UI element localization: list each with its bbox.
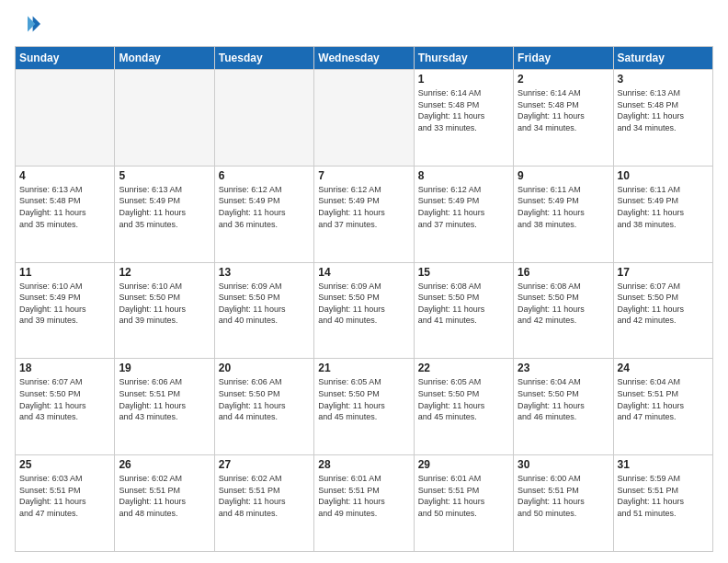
day-number: 12 bbox=[119, 266, 210, 279]
calendar-cell bbox=[16, 70, 115, 167]
day-info: Sunrise: 6:10 AM Sunset: 5:50 PM Dayligh… bbox=[119, 281, 210, 327]
calendar-cell: 3Sunrise: 6:13 AM Sunset: 5:48 PM Daylig… bbox=[613, 70, 712, 167]
calendar-cell: 17Sunrise: 6:07 AM Sunset: 5:50 PM Dayli… bbox=[613, 262, 712, 359]
day-info: Sunrise: 6:14 AM Sunset: 5:48 PM Dayligh… bbox=[518, 87, 609, 133]
day-info: Sunrise: 6:06 AM Sunset: 5:51 PM Dayligh… bbox=[119, 376, 210, 422]
day-info: Sunrise: 6:05 AM Sunset: 5:50 PM Dayligh… bbox=[318, 376, 409, 422]
day-number: 29 bbox=[418, 458, 509, 471]
calendar-header-monday: Monday bbox=[115, 47, 214, 70]
day-number: 22 bbox=[418, 362, 509, 374]
day-number: 28 bbox=[318, 458, 409, 471]
calendar-cell: 19Sunrise: 6:06 AM Sunset: 5:51 PM Dayli… bbox=[115, 359, 214, 455]
calendar-cell: 4Sunrise: 6:13 AM Sunset: 5:48 PM Daylig… bbox=[16, 166, 115, 262]
day-number: 27 bbox=[219, 458, 310, 471]
day-info: Sunrise: 6:01 AM Sunset: 5:51 PM Dayligh… bbox=[318, 473, 409, 519]
calendar-cell: 27Sunrise: 6:02 AM Sunset: 5:51 PM Dayli… bbox=[214, 455, 313, 552]
day-number: 13 bbox=[219, 266, 310, 279]
calendar-cell: 2Sunrise: 6:14 AM Sunset: 5:48 PM Daylig… bbox=[514, 70, 613, 167]
day-info: Sunrise: 6:09 AM Sunset: 5:50 PM Dayligh… bbox=[219, 281, 310, 327]
day-info: Sunrise: 6:01 AM Sunset: 5:51 PM Dayligh… bbox=[418, 473, 509, 519]
day-number: 15 bbox=[418, 266, 509, 279]
day-number: 26 bbox=[119, 458, 210, 471]
day-number: 7 bbox=[318, 169, 409, 182]
day-number: 25 bbox=[19, 458, 110, 471]
day-info: Sunrise: 6:06 AM Sunset: 5:50 PM Dayligh… bbox=[219, 376, 310, 422]
day-number: 18 bbox=[19, 362, 110, 374]
day-info: Sunrise: 6:14 AM Sunset: 5:48 PM Dayligh… bbox=[418, 87, 509, 133]
day-number: 21 bbox=[318, 362, 409, 374]
calendar-cell: 1Sunrise: 6:14 AM Sunset: 5:48 PM Daylig… bbox=[414, 70, 513, 167]
day-info: Sunrise: 6:07 AM Sunset: 5:50 PM Dayligh… bbox=[19, 376, 110, 422]
day-info: Sunrise: 6:04 AM Sunset: 5:50 PM Dayligh… bbox=[518, 376, 609, 422]
logo-icon bbox=[15, 11, 40, 37]
day-number: 11 bbox=[19, 266, 110, 279]
calendar-header-friday: Friday bbox=[514, 47, 613, 70]
day-number: 19 bbox=[119, 362, 210, 374]
day-info: Sunrise: 6:13 AM Sunset: 5:48 PM Dayligh… bbox=[19, 184, 110, 230]
calendar-cell: 29Sunrise: 6:01 AM Sunset: 5:51 PM Dayli… bbox=[414, 455, 513, 552]
calendar-cell: 15Sunrise: 6:08 AM Sunset: 5:50 PM Dayli… bbox=[414, 262, 513, 359]
day-number: 6 bbox=[219, 169, 310, 182]
calendar-cell: 5Sunrise: 6:13 AM Sunset: 5:49 PM Daylig… bbox=[115, 166, 214, 262]
calendar-table: SundayMondayTuesdayWednesdayThursdayFrid… bbox=[15, 46, 713, 552]
calendar-cell bbox=[115, 70, 214, 167]
calendar-cell: 25Sunrise: 6:03 AM Sunset: 5:51 PM Dayli… bbox=[16, 455, 115, 552]
day-number: 14 bbox=[318, 266, 409, 279]
day-info: Sunrise: 6:12 AM Sunset: 5:49 PM Dayligh… bbox=[318, 184, 409, 230]
day-number: 16 bbox=[518, 266, 609, 279]
day-number: 5 bbox=[119, 169, 210, 182]
day-number: 4 bbox=[19, 169, 110, 182]
calendar-cell: 6Sunrise: 6:12 AM Sunset: 5:49 PM Daylig… bbox=[214, 166, 313, 262]
day-info: Sunrise: 6:03 AM Sunset: 5:51 PM Dayligh… bbox=[19, 473, 110, 519]
day-info: Sunrise: 6:07 AM Sunset: 5:50 PM Dayligh… bbox=[618, 281, 709, 327]
calendar-cell: 26Sunrise: 6:02 AM Sunset: 5:51 PM Dayli… bbox=[115, 455, 214, 552]
calendar-cell: 9Sunrise: 6:11 AM Sunset: 5:49 PM Daylig… bbox=[514, 166, 613, 262]
day-number: 1 bbox=[418, 73, 509, 86]
calendar-header-saturday: Saturday bbox=[613, 47, 712, 70]
calendar-cell: 24Sunrise: 6:04 AM Sunset: 5:51 PM Dayli… bbox=[613, 359, 712, 455]
day-number: 31 bbox=[618, 458, 709, 471]
calendar-cell: 7Sunrise: 6:12 AM Sunset: 5:49 PM Daylig… bbox=[314, 166, 414, 262]
calendar-cell: 11Sunrise: 6:10 AM Sunset: 5:49 PM Dayli… bbox=[16, 262, 115, 359]
logo bbox=[15, 11, 44, 37]
day-info: Sunrise: 6:05 AM Sunset: 5:50 PM Dayligh… bbox=[418, 376, 509, 422]
day-info: Sunrise: 6:11 AM Sunset: 5:49 PM Dayligh… bbox=[618, 184, 709, 230]
calendar-row-2: 11Sunrise: 6:10 AM Sunset: 5:49 PM Dayli… bbox=[16, 262, 713, 359]
day-number: 30 bbox=[518, 458, 609, 471]
day-number: 20 bbox=[219, 362, 310, 374]
day-info: Sunrise: 6:09 AM Sunset: 5:50 PM Dayligh… bbox=[318, 281, 409, 327]
calendar-header-wednesday: Wednesday bbox=[314, 47, 414, 70]
day-info: Sunrise: 6:10 AM Sunset: 5:49 PM Dayligh… bbox=[19, 281, 110, 327]
day-info: Sunrise: 6:12 AM Sunset: 5:49 PM Dayligh… bbox=[418, 184, 509, 230]
calendar-header-sunday: Sunday bbox=[16, 47, 115, 70]
day-number: 8 bbox=[418, 169, 509, 182]
calendar-cell: 10Sunrise: 6:11 AM Sunset: 5:49 PM Dayli… bbox=[613, 166, 712, 262]
calendar-row-4: 25Sunrise: 6:03 AM Sunset: 5:51 PM Dayli… bbox=[16, 455, 713, 552]
day-number: 17 bbox=[618, 266, 709, 279]
calendar-header-row: SundayMondayTuesdayWednesdayThursdayFrid… bbox=[16, 47, 713, 70]
calendar-header-thursday: Thursday bbox=[414, 47, 513, 70]
day-number: 23 bbox=[518, 362, 609, 374]
day-number: 9 bbox=[518, 169, 609, 182]
day-info: Sunrise: 6:08 AM Sunset: 5:50 PM Dayligh… bbox=[518, 281, 609, 327]
day-info: Sunrise: 6:02 AM Sunset: 5:51 PM Dayligh… bbox=[219, 473, 310, 519]
day-info: Sunrise: 6:02 AM Sunset: 5:51 PM Dayligh… bbox=[119, 473, 210, 519]
calendar-cell: 22Sunrise: 6:05 AM Sunset: 5:50 PM Dayli… bbox=[414, 359, 513, 455]
day-number: 10 bbox=[618, 169, 709, 182]
day-info: Sunrise: 6:00 AM Sunset: 5:51 PM Dayligh… bbox=[518, 473, 609, 519]
calendar-cell: 8Sunrise: 6:12 AM Sunset: 5:49 PM Daylig… bbox=[414, 166, 513, 262]
calendar-cell: 14Sunrise: 6:09 AM Sunset: 5:50 PM Dayli… bbox=[314, 262, 414, 359]
day-info: Sunrise: 6:11 AM Sunset: 5:49 PM Dayligh… bbox=[518, 184, 609, 230]
day-info: Sunrise: 6:13 AM Sunset: 5:49 PM Dayligh… bbox=[119, 184, 210, 230]
calendar-row-1: 4Sunrise: 6:13 AM Sunset: 5:48 PM Daylig… bbox=[16, 166, 713, 262]
calendar-cell: 21Sunrise: 6:05 AM Sunset: 5:50 PM Dayli… bbox=[314, 359, 414, 455]
day-info: Sunrise: 5:59 AM Sunset: 5:51 PM Dayligh… bbox=[618, 473, 709, 519]
calendar-cell: 12Sunrise: 6:10 AM Sunset: 5:50 PM Dayli… bbox=[115, 262, 214, 359]
calendar-cell: 31Sunrise: 5:59 AM Sunset: 5:51 PM Dayli… bbox=[613, 455, 712, 552]
day-info: Sunrise: 6:12 AM Sunset: 5:49 PM Dayligh… bbox=[219, 184, 310, 230]
calendar-row-3: 18Sunrise: 6:07 AM Sunset: 5:50 PM Dayli… bbox=[16, 359, 713, 455]
calendar-cell: 16Sunrise: 6:08 AM Sunset: 5:50 PM Dayli… bbox=[514, 262, 613, 359]
calendar-cell bbox=[214, 70, 313, 167]
calendar-cell: 28Sunrise: 6:01 AM Sunset: 5:51 PM Dayli… bbox=[314, 455, 414, 552]
day-info: Sunrise: 6:04 AM Sunset: 5:51 PM Dayligh… bbox=[618, 376, 709, 422]
